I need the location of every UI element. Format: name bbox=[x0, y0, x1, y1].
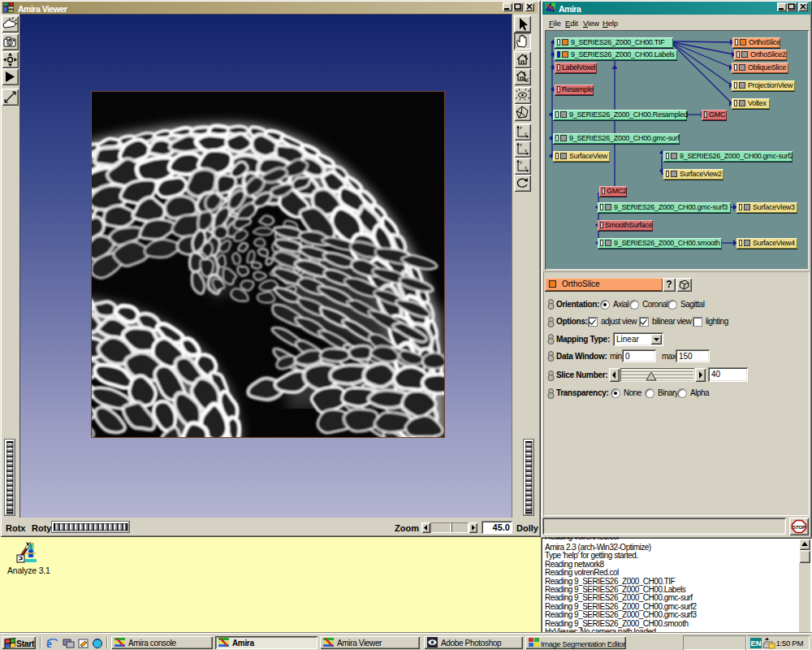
svg-text:y: y bbox=[525, 131, 527, 136]
svg-text:x: x bbox=[525, 148, 527, 153]
svg-text:x: x bbox=[525, 165, 527, 170]
svg-text:STOP: STOP bbox=[793, 525, 806, 530]
svg-text:z: z bbox=[520, 125, 522, 130]
svg-text:y: y bbox=[520, 159, 522, 164]
svg-text:z: z bbox=[520, 142, 522, 147]
svg-text:e: e bbox=[46, 637, 52, 649]
